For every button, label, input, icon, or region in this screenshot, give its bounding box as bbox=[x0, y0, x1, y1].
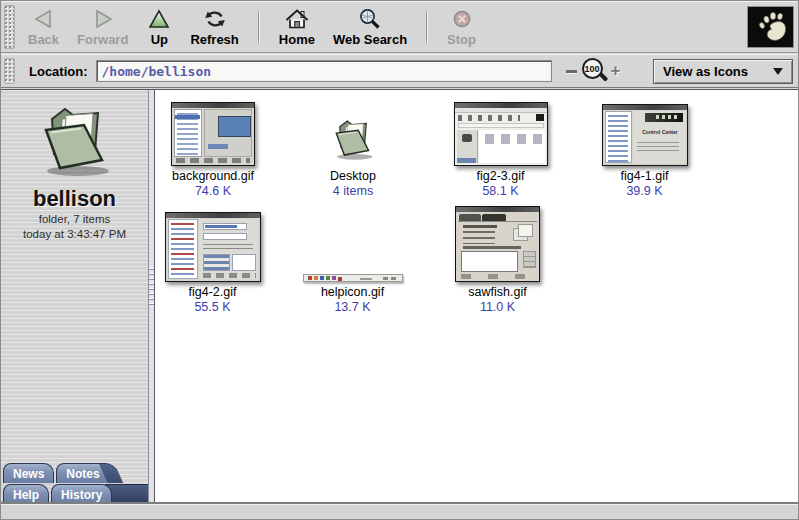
sidebar-tab-help[interactable]: Help bbox=[3, 484, 49, 504]
icon-view-content: background.gif 74.6 K Desktop 4 items bbox=[155, 90, 798, 504]
location-bar: Location: 100 + View as Icons bbox=[1, 54, 798, 88]
file-name: sawfish.gif bbox=[468, 285, 526, 299]
home-icon bbox=[284, 7, 310, 31]
refresh-button[interactable]: Refresh bbox=[181, 3, 247, 51]
back-icon bbox=[31, 7, 57, 31]
pane-grip-icon bbox=[149, 268, 154, 308]
file-thumbnail bbox=[165, 212, 261, 282]
file-size: 55.5 K bbox=[194, 300, 230, 314]
file-name: fig4-2.gif bbox=[189, 285, 237, 299]
file-manager-window: Back Forward Up bbox=[0, 0, 799, 520]
file-size: 13.7 K bbox=[334, 300, 370, 314]
forward-label: Forward bbox=[77, 32, 128, 47]
refresh-icon bbox=[202, 7, 228, 31]
file-thumbnail bbox=[171, 102, 255, 166]
file-item-fig2-3-gif[interactable]: fig2-3.gif 58.1 K bbox=[443, 98, 558, 198]
file-item-fig4-2-gif[interactable]: fig4-2.gif 55.5 K bbox=[155, 200, 270, 314]
sidebar-tabs: News Notes Help History bbox=[1, 462, 148, 504]
forward-button[interactable]: Forward bbox=[68, 3, 137, 51]
folder-item-count: 4 items bbox=[333, 184, 373, 198]
refresh-label: Refresh bbox=[190, 32, 238, 47]
home-label: Home bbox=[279, 32, 315, 47]
home-button[interactable]: Home bbox=[270, 3, 324, 51]
file-thumbnail: Control Center bbox=[602, 104, 688, 166]
gnome-foot-throbber-icon bbox=[747, 6, 794, 48]
file-size: 39.9 K bbox=[626, 184, 662, 198]
toolbar-drag-handle[interactable] bbox=[4, 5, 15, 49]
sidebar: bellison folder, 7 items today at 3:43:4… bbox=[1, 90, 148, 504]
file-item-desktop[interactable]: Desktop 4 items bbox=[293, 98, 413, 198]
back-label: Back bbox=[28, 32, 59, 47]
sidebar-tab-news[interactable]: News bbox=[3, 463, 54, 483]
main-region: bellison folder, 7 items today at 3:43:4… bbox=[1, 89, 798, 504]
toolbar-separator bbox=[426, 11, 428, 43]
stop-icon bbox=[449, 7, 475, 31]
sidebar-modified-time: today at 3:43:47 PM bbox=[23, 227, 126, 242]
stop-button[interactable]: Stop bbox=[438, 3, 485, 51]
file-item-sawfish-gif[interactable]: sawfish.gif 11.0 K bbox=[440, 200, 555, 314]
folder-icon bbox=[328, 117, 378, 166]
forward-icon bbox=[90, 7, 116, 31]
file-size: 11.0 K bbox=[480, 300, 515, 314]
sidebar-folder-info: folder, 7 items bbox=[39, 212, 111, 227]
location-input[interactable] bbox=[96, 60, 552, 82]
sidebar-tab-history[interactable]: History bbox=[51, 484, 112, 504]
file-size: 58.1 K bbox=[482, 184, 518, 198]
zoom-in-button[interactable]: + bbox=[611, 64, 621, 78]
file-thumbnail bbox=[303, 274, 403, 282]
zoom-indicator[interactable]: 100 bbox=[582, 58, 606, 84]
file-item-background-gif[interactable]: background.gif 74.6 K bbox=[157, 98, 269, 198]
pane-resize-handle[interactable] bbox=[148, 90, 155, 504]
file-thumbnail bbox=[455, 206, 540, 282]
file-name: background.gif bbox=[172, 169, 254, 183]
zoom-out-button[interactable] bbox=[566, 70, 577, 73]
thumbnail-text: Control Center bbox=[640, 129, 679, 134]
web-search-button[interactable]: Web Search bbox=[324, 3, 416, 51]
zoom-controls: 100 + bbox=[566, 58, 621, 84]
up-icon bbox=[146, 7, 172, 31]
sidebar-tab-row-1: News Notes bbox=[1, 462, 148, 483]
web-search-icon bbox=[357, 7, 383, 31]
file-name: helpicon.gif bbox=[321, 285, 384, 299]
location-bar-drag-handle[interactable] bbox=[4, 58, 15, 84]
chevron-down-icon bbox=[773, 68, 783, 75]
stop-label: Stop bbox=[447, 32, 476, 47]
back-button[interactable]: Back bbox=[19, 3, 68, 51]
file-item-fig4-1-gif[interactable]: Control Center fig4-1.gif 39.9 K bbox=[587, 98, 702, 198]
web-search-label: Web Search bbox=[333, 32, 407, 47]
view-mode-value: View as Icons bbox=[663, 64, 748, 79]
sidebar-title: bellison bbox=[33, 186, 116, 212]
status-bar bbox=[1, 504, 798, 519]
file-name: fig4-1.gif bbox=[621, 169, 669, 183]
file-size: 74.6 K bbox=[195, 184, 231, 198]
sidebar-folder-icon bbox=[31, 102, 119, 184]
sidebar-tab-row-2: Help History bbox=[1, 483, 148, 504]
file-thumbnail bbox=[454, 102, 548, 166]
up-button[interactable]: Up bbox=[137, 3, 181, 51]
file-item-helpicon-gif[interactable]: helpicon.gif 13.7 K bbox=[295, 200, 410, 314]
magnifier-handle-icon bbox=[598, 72, 607, 81]
location-label: Location: bbox=[29, 64, 88, 79]
toolbar: Back Forward Up bbox=[1, 1, 798, 53]
up-label: Up bbox=[151, 32, 168, 47]
toolbar-separator bbox=[258, 11, 260, 43]
file-name: Desktop bbox=[330, 169, 376, 183]
file-name: fig2-3.gif bbox=[477, 169, 525, 183]
view-mode-dropdown[interactable]: View as Icons bbox=[653, 59, 793, 84]
